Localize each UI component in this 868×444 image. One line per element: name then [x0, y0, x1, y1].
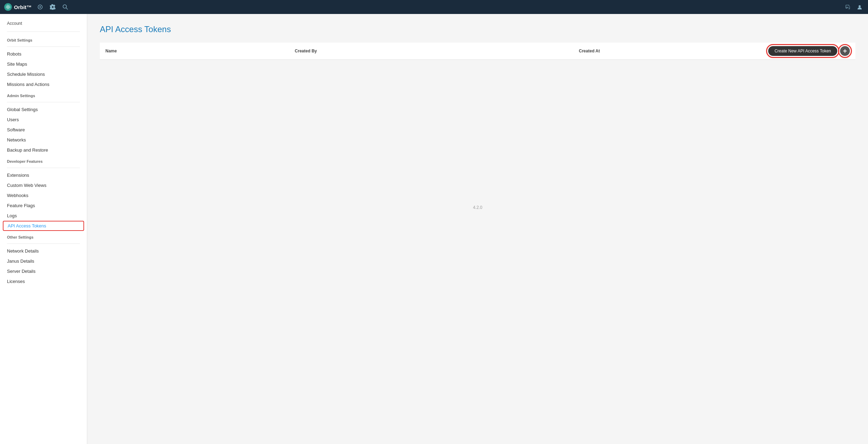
orbit-settings-label: Orbit Settings — [0, 34, 87, 44]
main-content: API Access Tokens Name Created By Create… — [87, 14, 868, 444]
sidebar-item-logs[interactable]: Logs — [0, 211, 87, 221]
sidebar-item-software[interactable]: Software — [0, 125, 87, 135]
sidebar-item-custom-web-views[interactable]: Custom Web Views — [0, 180, 87, 190]
sidebar-item-webhooks[interactable]: Webhooks — [0, 190, 87, 201]
sidebar: Account Orbit Settings Robots Site Maps … — [0, 14, 87, 444]
sidebar-item-licenses[interactable]: Licenses — [0, 276, 87, 286]
topnav-left: Orbit™ — [4, 3, 69, 11]
create-api-token-button[interactable]: Create New API Access Token — [768, 46, 837, 56]
svg-rect-7 — [847, 8, 848, 8]
orbit-logo[interactable]: Orbit™ — [4, 3, 32, 11]
svg-rect-6 — [847, 7, 848, 7]
sidebar-item-backup-and-restore[interactable]: Backup and Restore — [0, 145, 87, 155]
layout: Account Orbit Settings Robots Site Maps … — [0, 14, 868, 444]
svg-point-3 — [39, 6, 41, 8]
svg-line-5 — [66, 8, 68, 10]
sidebar-item-site-maps[interactable]: Site Maps — [0, 59, 87, 69]
version-footer: 4.2.0 — [100, 199, 855, 216]
divider-other-settings — [7, 243, 80, 244]
admin-settings-label: Admin Settings — [0, 89, 87, 100]
svg-point-0 — [7, 6, 9, 8]
sidebar-item-missions-and-actions[interactable]: Missions and Actions — [0, 79, 87, 89]
orbit-logo-icon — [4, 3, 12, 11]
topnav-right — [844, 3, 864, 11]
sidebar-item-network-details[interactable]: Network Details — [0, 246, 87, 256]
table-header-row: Name Created By Created At Create New AP… — [100, 43, 855, 60]
plus-icon-button[interactable] — [840, 46, 850, 56]
api-tokens-table: Name Created By Created At Create New AP… — [100, 43, 855, 199]
col-header-created-by: Created By — [295, 49, 579, 53]
table-body-empty — [100, 60, 855, 199]
settings-icon[interactable] — [36, 3, 44, 11]
search-icon[interactable] — [61, 3, 69, 11]
svg-point-9 — [846, 8, 847, 8]
topnav: Orbit™ — [0, 0, 868, 14]
other-settings-label: Other Settings — [0, 231, 87, 241]
sidebar-item-robots[interactable]: Robots — [0, 49, 87, 59]
col-header-created-at: Created At — [579, 49, 769, 53]
extensions-icon[interactable] — [844, 3, 852, 11]
orbit-brand-name: Orbit™ — [14, 4, 32, 10]
sidebar-item-global-settings[interactable]: Global Settings — [0, 104, 87, 115]
developer-features-label: Developer Features — [0, 155, 87, 166]
sidebar-item-networks[interactable]: Networks — [0, 135, 87, 145]
sidebar-item-schedule-missions[interactable]: Schedule Missions — [0, 69, 87, 79]
page-title: API Access Tokens — [100, 24, 855, 34]
sidebar-item-extensions[interactable]: Extensions — [0, 170, 87, 180]
sidebar-item-users[interactable]: Users — [0, 115, 87, 125]
sidebar-item-feature-flags[interactable]: Feature Flags — [0, 201, 87, 211]
svg-point-4 — [63, 5, 66, 8]
gear-icon[interactable] — [49, 3, 57, 11]
divider-account — [7, 31, 80, 32]
divider-developer-features — [7, 168, 80, 168]
sidebar-item-janus-details[interactable]: Janus Details — [0, 256, 87, 266]
svg-point-10 — [859, 5, 861, 7]
sidebar-item-server-details[interactable]: Server Details — [0, 266, 87, 276]
divider-admin-settings — [7, 102, 80, 102]
user-icon[interactable] — [855, 3, 864, 11]
col-header-name: Name — [105, 49, 295, 53]
table-header-actions: Create New API Access Token — [768, 46, 850, 56]
divider-orbit-settings — [7, 46, 80, 47]
sidebar-item-api-access-tokens[interactable]: API Access Tokens — [3, 221, 84, 231]
account-label: Account — [0, 20, 87, 29]
svg-point-8 — [846, 7, 847, 8]
svg-point-1 — [6, 5, 10, 9]
